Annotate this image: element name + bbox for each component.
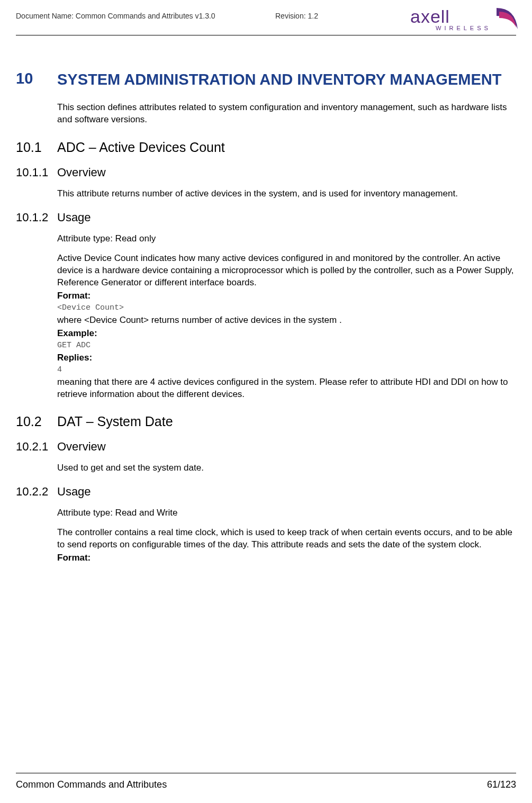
footer-divider	[16, 773, 516, 773]
header-divider	[16, 35, 516, 35]
replies-meaning: meaning that there are 4 active devices …	[57, 376, 516, 401]
heading-section-10: 10 SYSTEM ADMINISTRATION AND INVENTORY M…	[16, 70, 516, 89]
heading-10-2: 10.2 DAT – System Date	[16, 414, 516, 429]
attribute-type: Attribute type: Read only	[57, 233, 516, 245]
format-value: <Device Count>	[57, 303, 516, 312]
heading-number: 10.1.2	[16, 211, 57, 224]
heading-title: Overview	[57, 440, 106, 454]
logo-text-main: axell	[410, 6, 450, 26]
heading-title: Usage	[57, 211, 91, 224]
heading-10-1: 10.1 ADC – Active Devices Count	[16, 140, 516, 155]
heading-number: 10.2	[16, 414, 57, 429]
revision-label: Revision: 1.2	[275, 12, 318, 20]
document-page: Document Name: Common Commands and Attri…	[0, 0, 532, 803]
example-label: Example:	[57, 328, 516, 340]
replies-label-text: Replies:	[57, 353, 92, 363]
document-name: Document Name: Common Commands and Attri…	[16, 12, 215, 20]
section-intro: This section defines attributes related …	[57, 102, 516, 126]
example-value: GET ADC	[57, 341, 516, 350]
format-label: Format:	[57, 552, 516, 564]
replies-value: 4	[57, 365, 516, 374]
usage-description: Active Device Count indicates how many a…	[57, 252, 516, 289]
heading-title: ADC – Active Devices Count	[57, 140, 225, 155]
heading-number: 10.1.1	[16, 166, 57, 179]
format-label: Format:	[57, 290, 516, 302]
heading-number: 10.2.1	[16, 440, 57, 454]
overview-text: This attribute returns number of active …	[57, 188, 516, 200]
replies-label: Replies:	[57, 352, 516, 364]
logo-swoosh-icon	[494, 5, 520, 32]
heading-number: 10.2.2	[16, 485, 57, 499]
heading-title: DAT – System Date	[57, 414, 173, 429]
heading-number: 10	[16, 70, 57, 89]
heading-10-1-2: 10.1.2 Usage	[16, 211, 516, 224]
usage-description: The controller contains a real time cloc…	[57, 527, 516, 551]
heading-10-2-1: 10.2.1 Overview	[16, 440, 516, 454]
brand-logo: axell WIRELESS	[410, 6, 516, 33]
heading-10-1-1: 10.1.1 Overview	[16, 166, 516, 179]
heading-number: 10.1	[16, 140, 57, 155]
attribute-type: Attribute type: Read and Write	[57, 507, 516, 519]
page-footer: Common Commands and Attributes 61/123	[16, 779, 516, 790]
heading-title: Overview	[57, 166, 106, 179]
footer-title: Common Commands and Attributes	[16, 779, 167, 790]
page-header: Document Name: Common Commands and Attri…	[16, 12, 516, 33]
heading-title: SYSTEM ADMINISTRATION AND INVENTORY MANA…	[57, 70, 501, 89]
page-number: 61/123	[487, 779, 516, 790]
heading-title: Usage	[57, 485, 91, 499]
format-where: where <Device Count> returns number of a…	[57, 314, 516, 327]
heading-10-2-2: 10.2.2 Usage	[16, 485, 516, 499]
overview-text: Used to get and set the system date.	[57, 462, 516, 474]
page-content: 10 SYSTEM ADMINISTRATION AND INVENTORY M…	[16, 58, 516, 565]
